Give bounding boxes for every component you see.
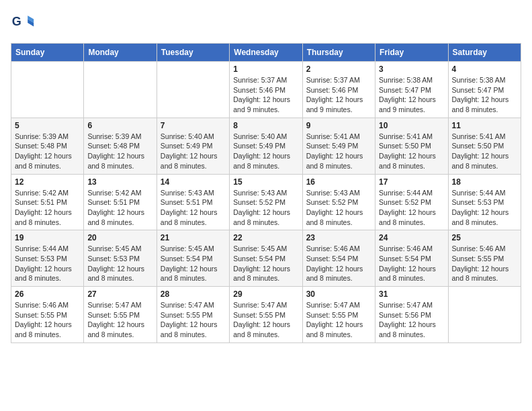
day-info: Sunrise: 5:41 AM Sunset: 5:50 PM Dayligh… [379,132,444,171]
calendar-cell: 1Sunrise: 5:37 AM Sunset: 5:46 PM Daylig… [230,62,302,118]
day-number: 5 [15,121,80,130]
day-info: Sunrise: 5:47 AM Sunset: 5:55 PM Dayligh… [306,300,371,340]
day-info: Sunrise: 5:47 AM Sunset: 5:55 PM Dayligh… [87,300,152,340]
day-number: 25 [452,233,517,242]
day-number: 12 [15,177,80,187]
calendar-cell: 26Sunrise: 5:46 AM Sunset: 5:55 PM Dayli… [11,287,84,343]
page-header: G [11,11,521,35]
svg-text:G: G [12,15,21,28]
calendar-cell: 25Sunrise: 5:46 AM Sunset: 5:55 PM Dayli… [448,230,521,287]
day-number: 26 [15,289,80,299]
calendar-cell: 8Sunrise: 5:40 AM Sunset: 5:49 PM Daylig… [230,118,302,174]
calendar-cell: 11Sunrise: 5:41 AM Sunset: 5:50 PM Dayli… [448,118,521,174]
calendar-cell: 6Sunrise: 5:39 AM Sunset: 5:48 PM Daylig… [84,118,157,174]
calendar-cell: 22Sunrise: 5:45 AM Sunset: 5:54 PM Dayli… [230,230,302,287]
calendar-cell [448,287,521,343]
day-info: Sunrise: 5:46 AM Sunset: 5:54 PM Dayligh… [306,244,371,283]
calendar-cell: 3Sunrise: 5:38 AM Sunset: 5:47 PM Daylig… [375,62,448,118]
calendar-cell [84,62,157,118]
day-info: Sunrise: 5:43 AM Sunset: 5:52 PM Dayligh… [233,188,298,228]
day-info: Sunrise: 5:45 AM Sunset: 5:53 PM Dayligh… [87,244,152,283]
col-header-monday: Monday [84,44,157,62]
day-info: Sunrise: 5:41 AM Sunset: 5:49 PM Dayligh… [306,132,371,171]
day-number: 23 [306,233,371,242]
day-number: 3 [379,64,444,74]
calendar-cell: 5Sunrise: 5:39 AM Sunset: 5:48 PM Daylig… [11,118,84,174]
calendar-cell: 17Sunrise: 5:44 AM Sunset: 5:52 PM Dayli… [375,174,448,230]
calendar-cell: 2Sunrise: 5:37 AM Sunset: 5:46 PM Daylig… [302,62,375,118]
day-info: Sunrise: 5:44 AM Sunset: 5:53 PM Dayligh… [452,188,517,228]
day-info: Sunrise: 5:37 AM Sunset: 5:46 PM Dayligh… [233,75,298,115]
calendar-cell: 19Sunrise: 5:44 AM Sunset: 5:53 PM Dayli… [11,230,84,287]
calendar-cell [157,62,229,118]
day-number: 11 [452,121,517,130]
day-info: Sunrise: 5:47 AM Sunset: 5:55 PM Dayligh… [161,300,226,340]
day-number: 30 [306,289,371,299]
calendar-cell: 27Sunrise: 5:47 AM Sunset: 5:55 PM Dayli… [84,287,157,343]
day-info: Sunrise: 5:43 AM Sunset: 5:52 PM Dayligh… [306,188,371,228]
calendar-cell: 15Sunrise: 5:43 AM Sunset: 5:52 PM Dayli… [230,174,302,230]
day-number: 9 [306,121,371,130]
day-number: 22 [233,233,298,242]
calendar-cell: 10Sunrise: 5:41 AM Sunset: 5:50 PM Dayli… [375,118,448,174]
day-number: 8 [233,121,298,130]
calendar-cell: 4Sunrise: 5:38 AM Sunset: 5:47 PM Daylig… [448,62,521,118]
day-number: 15 [233,177,298,187]
calendar-table: SundayMondayTuesdayWednesdayThursdayFrid… [11,43,521,343]
col-header-thursday: Thursday [302,44,375,62]
day-number: 17 [379,177,444,187]
col-header-saturday: Saturday [448,44,521,62]
calendar-cell: 28Sunrise: 5:47 AM Sunset: 5:55 PM Dayli… [157,287,229,343]
day-number: 24 [379,233,444,242]
day-info: Sunrise: 5:38 AM Sunset: 5:47 PM Dayligh… [452,75,517,115]
col-header-tuesday: Tuesday [157,44,229,62]
calendar-cell: 31Sunrise: 5:47 AM Sunset: 5:56 PM Dayli… [375,287,448,343]
day-info: Sunrise: 5:42 AM Sunset: 5:51 PM Dayligh… [87,188,152,228]
day-number: 6 [87,121,152,130]
calendar-header: SundayMondayTuesdayWednesdayThursdayFrid… [11,44,521,62]
day-number: 27 [87,289,152,299]
day-info: Sunrise: 5:47 AM Sunset: 5:56 PM Dayligh… [379,300,444,340]
calendar-cell: 21Sunrise: 5:45 AM Sunset: 5:54 PM Dayli… [157,230,229,287]
day-number: 13 [87,177,152,187]
day-number: 18 [452,177,517,187]
day-info: Sunrise: 5:37 AM Sunset: 5:46 PM Dayligh… [306,75,371,115]
day-info: Sunrise: 5:44 AM Sunset: 5:52 PM Dayligh… [379,188,444,228]
day-info: Sunrise: 5:40 AM Sunset: 5:49 PM Dayligh… [161,132,226,171]
calendar-cell: 13Sunrise: 5:42 AM Sunset: 5:51 PM Dayli… [84,174,157,230]
day-info: Sunrise: 5:46 AM Sunset: 5:54 PM Dayligh… [379,244,444,283]
day-info: Sunrise: 5:38 AM Sunset: 5:47 PM Dayligh… [379,75,444,115]
calendar-cell: 24Sunrise: 5:46 AM Sunset: 5:54 PM Dayli… [375,230,448,287]
calendar-cell: 12Sunrise: 5:42 AM Sunset: 5:51 PM Dayli… [11,174,84,230]
calendar-cell: 18Sunrise: 5:44 AM Sunset: 5:53 PM Dayli… [448,174,521,230]
col-header-wednesday: Wednesday [230,44,302,62]
col-header-sunday: Sunday [11,44,84,62]
col-header-friday: Friday [375,44,448,62]
logo-icon: G [11,11,35,35]
day-info: Sunrise: 5:41 AM Sunset: 5:50 PM Dayligh… [452,132,517,171]
day-info: Sunrise: 5:42 AM Sunset: 5:51 PM Dayligh… [15,188,80,228]
day-info: Sunrise: 5:43 AM Sunset: 5:51 PM Dayligh… [161,188,226,228]
day-info: Sunrise: 5:44 AM Sunset: 5:53 PM Dayligh… [15,244,80,283]
day-info: Sunrise: 5:45 AM Sunset: 5:54 PM Dayligh… [161,244,226,283]
day-number: 21 [161,233,226,242]
day-number: 4 [452,64,517,74]
calendar-cell [11,62,84,118]
calendar-cell: 23Sunrise: 5:46 AM Sunset: 5:54 PM Dayli… [302,230,375,287]
day-number: 7 [161,121,226,130]
day-number: 2 [306,64,371,74]
day-number: 29 [233,289,298,299]
calendar-cell: 14Sunrise: 5:43 AM Sunset: 5:51 PM Dayli… [157,174,229,230]
calendar-cell: 29Sunrise: 5:47 AM Sunset: 5:55 PM Dayli… [230,287,302,343]
calendar-cell: 30Sunrise: 5:47 AM Sunset: 5:55 PM Dayli… [302,287,375,343]
day-info: Sunrise: 5:46 AM Sunset: 5:55 PM Dayligh… [15,300,80,340]
day-number: 1 [233,64,298,74]
logo: G [11,11,38,35]
calendar-cell: 20Sunrise: 5:45 AM Sunset: 5:53 PM Dayli… [84,230,157,287]
day-info: Sunrise: 5:45 AM Sunset: 5:54 PM Dayligh… [233,244,298,283]
day-number: 28 [161,289,226,299]
day-number: 31 [379,289,444,299]
day-info: Sunrise: 5:46 AM Sunset: 5:55 PM Dayligh… [452,244,517,283]
day-info: Sunrise: 5:40 AM Sunset: 5:49 PM Dayligh… [233,132,298,171]
day-number: 10 [379,121,444,130]
